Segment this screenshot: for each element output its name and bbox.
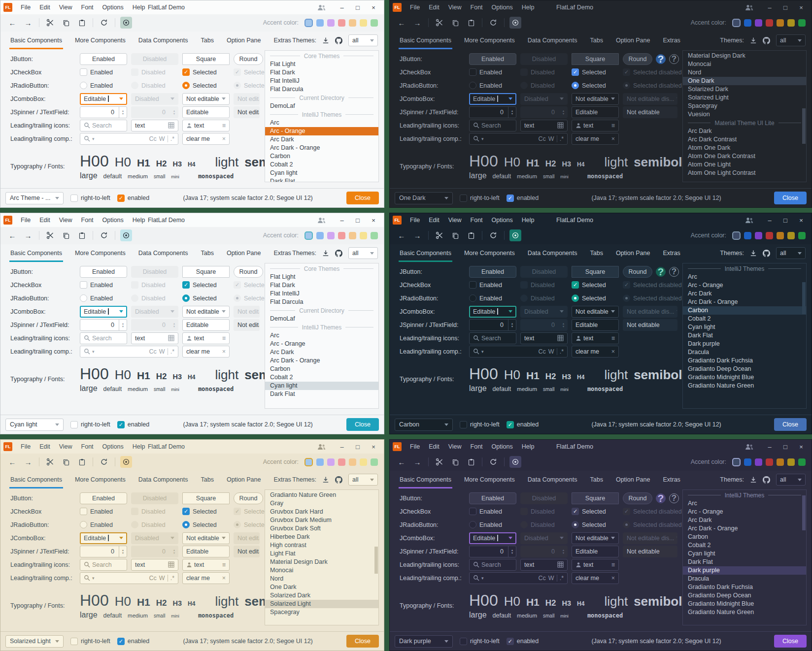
theme-list-item[interactable]: Arc Dark [265, 135, 378, 144]
search-input[interactable]: Search [469, 332, 516, 344]
combobox-not-editable[interactable]: Not editable [182, 532, 230, 544]
menu-item-font[interactable]: Font [78, 2, 97, 12]
cut-icon[interactable] [434, 17, 445, 29]
themes-filter-select[interactable]: all [776, 34, 806, 46]
tab-tabs[interactable]: Tabs [201, 471, 214, 488]
theme-list-item[interactable]: Cyan light [683, 323, 806, 331]
match-case-toggle[interactable]: Cc [539, 135, 546, 142]
text-input-with-user-icon[interactable]: text ≡ [182, 120, 230, 131]
spinner[interactable]: 0▲▼ [469, 319, 516, 331]
theme-list-item[interactable]: Arc Dark [683, 290, 806, 298]
tab-extras[interactable]: Extras [663, 471, 680, 488]
regex-toggle[interactable]: .* [170, 348, 174, 355]
regex-toggle[interactable]: .* [170, 135, 174, 142]
theme-list-item[interactable]: Cobalt 2 [683, 315, 806, 323]
checkbox-selected[interactable]: ✓Selected [182, 281, 230, 289]
close-button[interactable]: Close [774, 192, 807, 204]
copy-icon[interactable] [60, 17, 72, 29]
theme-list-item[interactable]: Hiberbee Dark [265, 533, 378, 541]
help-button[interactable]: ? [656, 54, 666, 64]
accent-color-swatch[interactable] [766, 19, 773, 27]
accent-color-swatch[interactable] [798, 232, 806, 239]
search-input-with-options[interactable]: ▾ Cc W .* [80, 572, 178, 584]
regex-toggle[interactable]: .* [170, 575, 174, 582]
minimize-button[interactable]: – [762, 214, 777, 226]
text-input-with-table-icon[interactable]: text [520, 332, 568, 344]
theme-list-item[interactable]: Gruvbox Dark Medium [265, 516, 378, 524]
accent-color-swatch[interactable] [755, 19, 762, 27]
combobox-not-editable[interactable]: Not editable [182, 306, 230, 318]
accent-color-swatch[interactable] [316, 19, 324, 27]
theme-list-item[interactable]: Spacegray [683, 102, 806, 110]
paste-icon[interactable] [465, 456, 477, 468]
theme-list-item[interactable]: Gradianto Midnight Blue [683, 373, 806, 382]
tab-option-pane[interactable]: Option Pane [227, 32, 261, 49]
theme-list-item[interactable]: Gradianto Deep Ocean [683, 591, 806, 600]
theme-list-item[interactable]: Dark Flat [265, 177, 378, 182]
radio-selected[interactable]: Selected [182, 521, 230, 528]
menu-item-view[interactable]: View [56, 442, 76, 452]
square-button[interactable]: Square [572, 53, 619, 65]
theme-list-item[interactable]: Gradianto Dark Fuchsia [683, 357, 806, 365]
menu-item-view[interactable]: View [445, 215, 465, 225]
round-button[interactable]: Round [623, 492, 652, 504]
scrollbar-thumb[interactable] [802, 108, 806, 144]
theme-list-item[interactable]: Arc [683, 273, 806, 281]
theme-list-item[interactable]: Solarized Dark [265, 591, 378, 600]
enabled-checkbox[interactable]: ✓enabled [507, 195, 539, 202]
theme-list-item[interactable]: Flat Dark [265, 68, 378, 77]
menu-item-file[interactable]: File [406, 442, 423, 452]
tab-tabs[interactable]: Tabs [201, 32, 214, 49]
copy-icon[interactable] [449, 17, 461, 29]
theme-list-item[interactable]: Arc - Orange [683, 281, 806, 290]
menu-item-edit[interactable]: Edit [425, 442, 443, 452]
theme-list-item[interactable]: Gruvbox Dark Hard [265, 508, 378, 516]
close-window-button[interactable]: × [366, 441, 381, 453]
minimize-button[interactable]: – [762, 1, 777, 13]
accent-color-swatch[interactable] [755, 232, 762, 239]
github-icon[interactable] [763, 250, 770, 257]
theme-list-item[interactable]: DemoLaf [265, 315, 378, 323]
cut-icon[interactable] [434, 456, 445, 468]
checkbox-selected[interactable]: ✓Selected [182, 68, 230, 76]
menu-item-font[interactable]: Font [467, 215, 486, 225]
square-button[interactable]: Square [182, 492, 230, 504]
theme-list-item[interactable]: Arc - Orange [265, 340, 378, 348]
theme-select[interactable]: Cyan light [5, 419, 64, 431]
close-window-button[interactable]: × [366, 214, 381, 226]
textfield-editable[interactable]: Editable [572, 106, 619, 118]
theme-list-item[interactable]: Flat IntelliJ [265, 290, 378, 298]
paste-icon[interactable] [465, 17, 477, 29]
accent-color-swatch[interactable] [349, 458, 356, 466]
accent-color-swatch[interactable] [787, 19, 795, 27]
refresh-icon[interactable] [98, 17, 110, 29]
search-input-with-options[interactable]: ▾ Cc W .* [469, 572, 568, 584]
text-input-with-user-icon[interactable]: text ≡ [572, 120, 619, 131]
combobox-not-editable[interactable]: Not editable [572, 306, 619, 318]
clear-icon[interactable]: × [222, 135, 226, 142]
accent-color-swatch[interactable] [766, 458, 773, 466]
accent-color-swatch[interactable] [744, 458, 751, 466]
accent-color-swatch[interactable] [777, 458, 784, 466]
chevron-down-icon[interactable]: ▾ [92, 136, 95, 141]
theme-list-item[interactable]: Arc Dark [265, 348, 378, 357]
themes-filter-select[interactable]: all [776, 247, 806, 259]
theme-list-item[interactable]: Dark Flat [683, 558, 806, 566]
theme-list-item[interactable]: Flat Darcula [265, 85, 378, 94]
scrollbar-thumb[interactable] [802, 495, 806, 530]
minimize-button[interactable]: – [335, 441, 349, 453]
download-icon[interactable] [322, 37, 329, 44]
copy-icon[interactable] [60, 456, 72, 468]
tab-tabs[interactable]: Tabs [590, 32, 603, 49]
right-to-left-checkbox[interactable]: right-to-left [70, 421, 110, 428]
textfield-editable[interactable]: Editable [572, 546, 619, 557]
menu-item-help[interactable]: Help [518, 442, 538, 452]
menu-item-font[interactable]: Font [467, 2, 486, 12]
accent-color-swatch[interactable] [732, 458, 741, 466]
paste-icon[interactable] [76, 17, 88, 29]
theme-list-item[interactable]: Atom One Light Contrast [683, 169, 806, 177]
regex-toggle[interactable]: .* [560, 575, 564, 582]
clear-me-input[interactable]: clear me × [572, 133, 619, 145]
back-button[interactable]: ← [6, 229, 18, 241]
accent-color-swatch[interactable] [787, 232, 795, 239]
